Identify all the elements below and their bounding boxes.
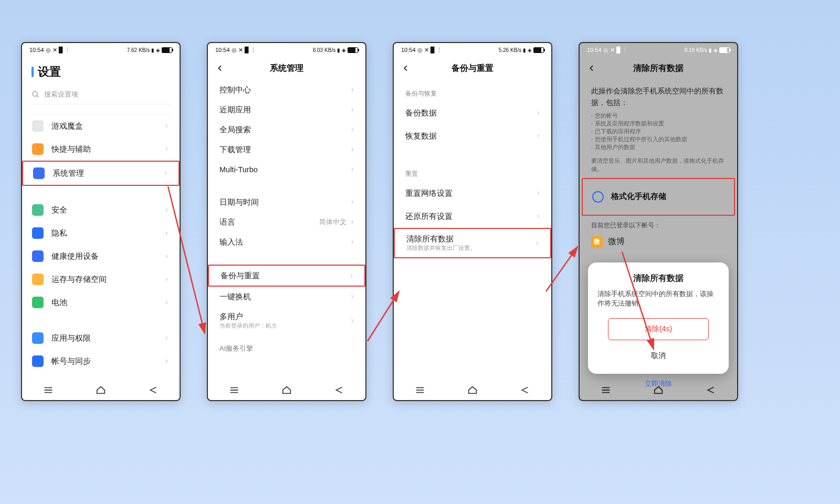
nav-home-icon[interactable] [467, 384, 478, 398]
dialog-body: 清除手机系统空间中的所有数据，该操作将无法撤销。 [597, 289, 719, 309]
settings-row-battery[interactable]: 电池 [22, 291, 180, 314]
nav-recent-icon[interactable] [43, 384, 54, 398]
nav-home-icon[interactable] [281, 384, 292, 398]
clear-button[interactable]: 清除(4s) [608, 318, 709, 340]
svg-line-1 [37, 96, 38, 97]
format-storage-row[interactable]: 格式化手机存储 [582, 178, 735, 216]
sysmgmt-row-language[interactable]: 语言简体中文 [208, 212, 365, 232]
settings-row-game[interactable]: 游戏魔盒 [22, 114, 180, 138]
search-input[interactable]: 搜索设置项 [32, 85, 170, 104]
row-value: 简体中文 [319, 217, 346, 227]
backup-row-resetnet[interactable]: 重置网络设置 [394, 182, 551, 205]
settings-row-storage[interactable]: 运存与存储空间 [22, 268, 180, 291]
section-label: 备份与恢复 [394, 80, 551, 101]
settings-row-privacy[interactable]: 隐私 [22, 222, 180, 245]
row-sublabel: 当前登录的用户：机主 [219, 322, 350, 330]
row-label: 系统管理 [52, 169, 163, 178]
chevron-right-icon [350, 145, 357, 154]
nav-home-icon[interactable] [95, 384, 107, 398]
backup-row-restoreall[interactable]: 还原所有设置 [394, 205, 551, 228]
system-icon [33, 167, 45, 180]
sysmgmt-row-clone[interactable]: 一键换机 [208, 287, 365, 307]
bullet-item: 您的帐号 [591, 112, 726, 120]
nav-back-icon[interactable] [148, 384, 159, 398]
chevron-right-icon [164, 144, 171, 154]
chevron-right-icon [164, 228, 171, 238]
sysmgmt-row-multiuser[interactable]: 多用户当前登录的用户：机主 [208, 307, 365, 335]
sysmgmt-row-globalsearch[interactable]: 全局搜索 [208, 120, 365, 140]
shortcut-icon [32, 143, 44, 155]
row-label: 全局搜索 [219, 125, 350, 135]
sysmgmt-row-download[interactable]: 下载管理 [208, 140, 365, 160]
bullet-item: 您使用手机过程中所引入的其他数据 [591, 135, 726, 143]
bullet-item: 已下载的应用程序 [591, 128, 726, 135]
sysmgmt-row-multiturbo[interactable]: Multi-Turbo [208, 160, 365, 180]
page-title: 系统管理 [270, 63, 303, 74]
row-label: 健康使用设备 [51, 251, 164, 261]
settings-row-health[interactable]: 健康使用设备 [22, 245, 180, 268]
sysmgmt-row-datetime[interactable]: 日期与时间 [208, 192, 365, 212]
row-label: 下载管理 [219, 145, 350, 155]
backup-row-clearall[interactable]: 清除所有数据清除数据并恢复出厂设置。 [394, 228, 551, 258]
page-header: 备份与重置 [394, 57, 551, 80]
account-icon [32, 355, 44, 368]
chevron-right-icon [350, 165, 357, 174]
row-label: 运存与存储空间 [51, 275, 164, 285]
page-title: 清除所有数据 [633, 63, 684, 74]
sysmgmt-row-backup[interactable]: 备份与重置 [208, 265, 365, 287]
row-label: 备份与重置 [220, 271, 349, 281]
row-label: 控制中心 [219, 85, 350, 95]
nav-recent-icon[interactable] [600, 384, 612, 398]
nav-recent-icon[interactable] [414, 384, 426, 398]
radio-icon [592, 191, 604, 203]
chevron-right-icon [350, 217, 357, 227]
back-button[interactable] [580, 57, 604, 80]
account-row: 微 微博 [580, 233, 737, 251]
storage-icon [32, 273, 44, 286]
settings-row-security[interactable]: 安全 [22, 198, 180, 222]
row-sublabel: 清除数据并恢复出厂设置。 [406, 244, 534, 252]
row-label: 快捷与辅助 [51, 144, 164, 154]
chevron-right-icon [164, 356, 171, 366]
intro-text: 此操作会清除您手机系统空间中的所有数据，包括： [580, 80, 737, 111]
settings-row-system[interactable]: 系统管理 [22, 161, 180, 186]
page-header: 系统管理 [208, 57, 365, 80]
health-icon [32, 250, 44, 262]
phone-clear-all-data: 10:54◎ ✕ ▉ ⋮ 8.19KB/s▮ ◈ 清除所有数据 此操作会清除您手… [579, 42, 738, 401]
row-label: 语言 [219, 217, 319, 227]
backup-row-backupdata[interactable]: 备份数据 [394, 101, 551, 124]
sysmgmt-row-ai[interactable]: AI服务引擎 [208, 341, 365, 356]
battery-icon [32, 296, 44, 309]
settings-row-apps[interactable]: 应用与权限 [22, 327, 180, 350]
nav-back-icon[interactable] [705, 384, 717, 398]
back-button[interactable] [394, 57, 418, 80]
chevron-right-icon [350, 85, 357, 94]
row-label: Multi-Turbo [219, 165, 350, 174]
weibo-icon: 微 [591, 236, 603, 248]
chevron-right-icon [350, 197, 357, 207]
sysmgmt-row-input[interactable]: 输入法 [208, 232, 365, 252]
chevron-right-icon [536, 188, 543, 198]
chevron-right-icon [164, 121, 171, 131]
cancel-button[interactable]: 取消 [597, 345, 719, 366]
nav-home-icon[interactable] [653, 384, 664, 398]
chevron-right-icon [350, 125, 357, 134]
sysmgmt-row-recent[interactable]: 近期应用 [208, 100, 365, 120]
back-button[interactable] [208, 57, 232, 80]
accounts-header: 目前您已登录以下帐号： [580, 217, 737, 233]
sysmgmt-row-control[interactable]: 控制中心 [208, 80, 365, 100]
settings-row-shortcut[interactable]: 快捷与辅助 [22, 138, 180, 161]
apps-icon [32, 332, 44, 344]
account-name: 微博 [608, 236, 625, 247]
section-label: 重置 [394, 160, 551, 182]
chevron-right-icon [536, 131, 543, 141]
nav-bar [580, 382, 737, 400]
nav-back-icon[interactable] [519, 384, 531, 398]
nav-recent-icon[interactable] [228, 384, 240, 398]
nav-back-icon[interactable] [333, 384, 345, 398]
settings-row-account[interactable]: 帐号与同步 [22, 350, 180, 373]
page-title: 备份与重置 [452, 63, 494, 74]
chevron-right-icon [163, 169, 170, 178]
backup-row-restoredata[interactable]: 恢复数据 [394, 124, 551, 148]
chevron-right-icon [534, 238, 542, 248]
